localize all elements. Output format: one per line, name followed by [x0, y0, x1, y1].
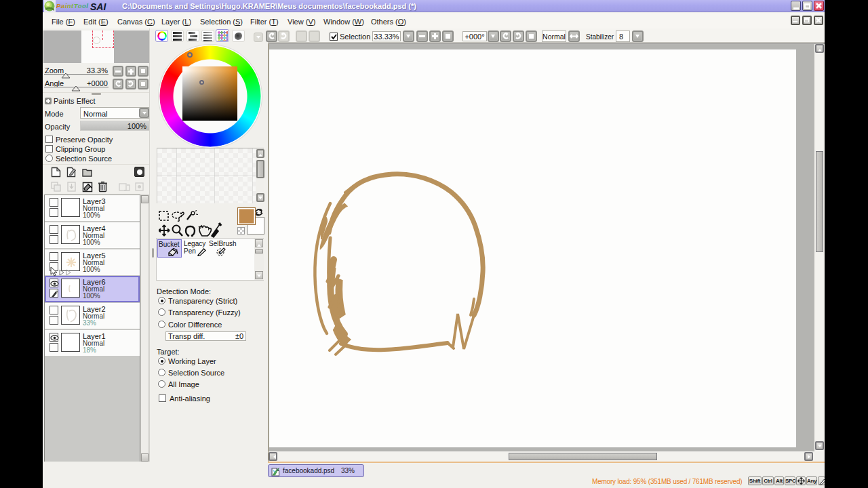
svg-text:PaintTool: PaintTool — [56, 2, 88, 9]
svg-text:SAI: SAI — [90, 1, 106, 12]
